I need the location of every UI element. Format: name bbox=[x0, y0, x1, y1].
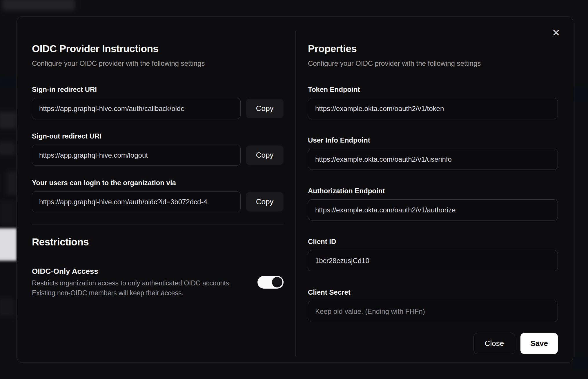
oidc-only-access-toggle[interactable] bbox=[257, 276, 284, 289]
background-band bbox=[573, 357, 588, 369]
oidc-settings-modal: ✕ OIDC Provider Instructions Configure y… bbox=[17, 16, 573, 363]
provider-instructions-column: OIDC Provider Instructions Configure you… bbox=[32, 43, 284, 362]
oidc-only-access-text: OIDC-Only Access Restricts organization … bbox=[32, 267, 252, 298]
background-blurred-text bbox=[0, 299, 14, 316]
toggle-knob bbox=[272, 277, 282, 287]
modal-actions: Close Save bbox=[308, 333, 558, 354]
instructions-subtitle: Configure your OIDC provider with the fo… bbox=[32, 59, 284, 68]
client-secret-input[interactable] bbox=[308, 301, 558, 322]
instructions-title: OIDC Provider Instructions bbox=[32, 43, 284, 55]
login-url-input[interactable] bbox=[32, 191, 241, 212]
properties-title: Properties bbox=[308, 43, 558, 55]
oidc-only-access-row: OIDC-Only Access Restricts organization … bbox=[32, 267, 284, 298]
client-id-label: Client ID bbox=[308, 237, 558, 246]
background-blurred-header bbox=[2, 0, 75, 10]
signout-redirect-uri-row: Copy bbox=[32, 145, 284, 166]
user-info-endpoint-label: User Info Endpoint bbox=[308, 136, 558, 145]
copy-login-url-button[interactable]: Copy bbox=[246, 192, 284, 212]
signout-redirect-uri-label: Sign-out redirect URI bbox=[32, 132, 284, 141]
signin-redirect-uri-input[interactable] bbox=[32, 98, 241, 119]
authorization-endpoint-label: Authorization Endpoint bbox=[308, 187, 558, 195]
oidc-only-access-label: OIDC-Only Access bbox=[32, 267, 252, 276]
background-band bbox=[573, 87, 588, 101]
signin-redirect-uri-row: Copy bbox=[32, 98, 284, 119]
authorization-endpoint-input[interactable] bbox=[308, 199, 558, 221]
copy-signin-uri-button[interactable]: Copy bbox=[246, 99, 284, 118]
close-button[interactable]: Close bbox=[473, 333, 515, 354]
save-button[interactable]: Save bbox=[520, 333, 558, 354]
background-blurred-text bbox=[0, 142, 15, 155]
background-band bbox=[0, 77, 17, 87]
background-blurred-button bbox=[0, 228, 17, 261]
token-endpoint-input[interactable] bbox=[308, 98, 558, 119]
oidc-only-access-description: Restricts organization access to only au… bbox=[32, 278, 252, 298]
background-blurred-text bbox=[0, 201, 16, 226]
column-divider bbox=[295, 31, 296, 356]
token-endpoint-label: Token Endpoint bbox=[308, 85, 558, 94]
client-id-input[interactable] bbox=[308, 250, 558, 271]
description-line: Restricts organization access to only au… bbox=[32, 278, 252, 288]
section-divider bbox=[32, 225, 284, 225]
close-icon[interactable]: ✕ bbox=[550, 26, 562, 39]
signout-redirect-uri-input[interactable] bbox=[32, 145, 241, 166]
description-line: Existing non-OIDC members will keep thei… bbox=[32, 288, 252, 298]
login-url-row: Copy bbox=[32, 191, 284, 212]
user-info-endpoint-input[interactable] bbox=[308, 149, 558, 170]
restrictions-title: Restrictions bbox=[32, 236, 284, 248]
client-secret-label: Client Secret bbox=[308, 288, 558, 297]
properties-column: Properties Configure your OIDC provider … bbox=[308, 43, 558, 362]
login-url-label: Your users can login to the organization… bbox=[32, 178, 284, 187]
background-blurred-text bbox=[0, 112, 17, 128]
copy-signout-uri-button[interactable]: Copy bbox=[246, 145, 284, 165]
signin-redirect-uri-label: Sign-in redirect URI bbox=[32, 85, 284, 94]
properties-subtitle: Configure your OIDC provider with the fo… bbox=[308, 59, 558, 68]
